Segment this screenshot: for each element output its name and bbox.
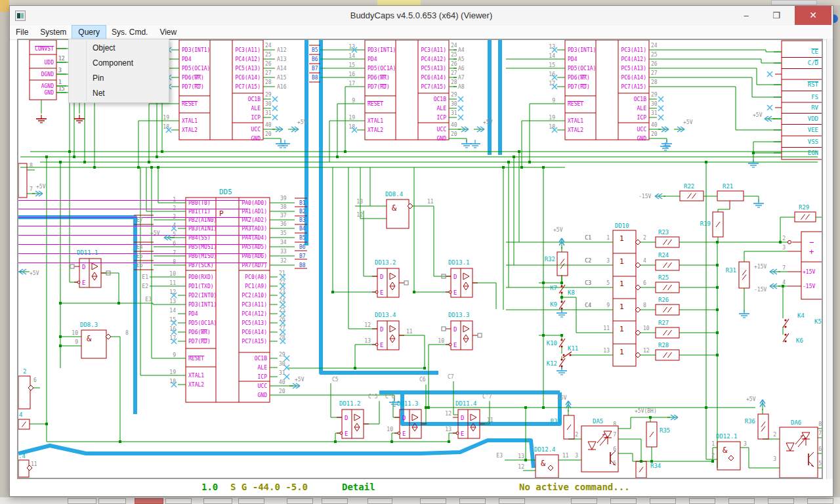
menu-item-net[interactable]: Net <box>69 86 169 101</box>
resistor <box>663 240 667 245</box>
schematic-canvas[interactable]: 13PD3(INT1)14PD415PD5(OC1A)16PD6(WR)17PD… <box>17 39 823 479</box>
label: 12 <box>364 322 371 328</box>
label: K4 <box>797 312 805 319</box>
label: A7 <box>458 75 465 81</box>
menu-file[interactable]: File <box>10 26 34 39</box>
label: A4 <box>458 47 465 53</box>
schematic-drawing[interactable]: 13PD3(INT1)14PD415PD5(OC1A)16PD6(WR)17PD… <box>18 40 822 478</box>
junction-dot <box>59 345 62 347</box>
label: 3 <box>782 245 786 251</box>
menu-item-component[interactable]: Component <box>69 56 169 71</box>
label: 6 <box>643 280 646 286</box>
label: 40 <box>651 122 658 128</box>
label: 27 <box>651 70 658 76</box>
connector-pin-label: VEE <box>808 127 818 133</box>
taskbar-button[interactable] <box>68 498 96 504</box>
latch-e: E <box>453 289 457 296</box>
label: PD6(WR) <box>368 75 390 81</box>
taskbar-button[interactable] <box>238 498 264 504</box>
label: 18 <box>549 124 555 130</box>
taskbar-button[interactable] <box>610 498 637 504</box>
label: A13 <box>277 56 287 62</box>
label: 11 <box>406 329 413 335</box>
menu-item-object[interactable]: Object <box>69 41 169 56</box>
label: K7 <box>550 285 557 291</box>
label: PD5(OC1A) <box>188 320 217 326</box>
taskbar-button[interactable] <box>689 498 715 504</box>
scrollbar-track[interactable] <box>826 39 833 479</box>
taskbar-button[interactable] <box>499 498 525 504</box>
taskbar[interactable] <box>0 497 840 504</box>
junction-dot <box>137 166 140 169</box>
menu-query[interactable]: Query <box>72 26 106 39</box>
junction-dot <box>161 150 163 153</box>
maximize-button[interactable]: ❒ <box>763 6 789 25</box>
label: E4 <box>136 244 143 250</box>
taskbar-button[interactable] <box>571 498 597 504</box>
label: -15V <box>639 194 651 200</box>
label: 11 <box>31 461 37 467</box>
taskbar-button[interactable] <box>165 498 192 504</box>
resistor <box>22 422 26 427</box>
taskbar-button[interactable] <box>322 498 348 504</box>
label: 7 <box>782 265 786 271</box>
label: 9 <box>75 339 78 345</box>
menu-view[interactable]: View <box>154 26 182 39</box>
label: PB2(AIN0) <box>188 217 217 223</box>
label: GND <box>258 392 268 398</box>
label: PC5(A13) <box>421 66 446 72</box>
label: PD5(OC1A) <box>182 66 210 72</box>
label: PD7(RD) <box>568 84 590 90</box>
taskbar-button[interactable] <box>135 498 163 504</box>
label: 5 <box>173 232 176 238</box>
junction-dot <box>542 406 545 409</box>
taskbar-button[interactable] <box>650 498 676 504</box>
label: 19 <box>169 369 176 375</box>
junction-dot <box>542 166 545 169</box>
label: XTAL2 <box>188 382 204 388</box>
taskbar-button[interactable] <box>203 498 232 504</box>
label: 18 <box>163 124 169 130</box>
label: OC1B <box>248 96 261 102</box>
output-diamond-icon <box>408 203 413 209</box>
label: 4 <box>782 280 786 285</box>
menu-item-pin[interactable]: Pin <box>69 71 169 86</box>
label: 8 <box>613 421 616 427</box>
taskbar-button[interactable] <box>420 498 446 504</box>
menu-system[interactable]: System <box>34 26 72 39</box>
led-icon <box>786 443 794 451</box>
taskbar-button[interactable] <box>459 498 486 504</box>
label: 40 <box>279 379 285 385</box>
label: 9 <box>173 352 176 358</box>
close-button[interactable]: ✕ <box>795 6 831 25</box>
taskbar-button[interactable] <box>368 498 392 504</box>
output-diamond-icon <box>548 465 553 471</box>
taskbar-button[interactable] <box>807 498 833 504</box>
label: A15 <box>277 75 287 81</box>
resistor-ref: R21 <box>723 183 733 190</box>
label: 11 <box>603 326 610 331</box>
minimize-button[interactable]: – <box>733 6 759 25</box>
label: 26 <box>451 61 457 67</box>
label: 3 <box>575 453 578 459</box>
menu-sys-cmd[interactable]: Sys. Cmd. <box>106 26 154 39</box>
label: PD6(WR) <box>188 329 211 335</box>
nc-pin-square <box>478 333 482 337</box>
title-bar[interactable]: BuddyCaps v4.5.0.653 (x64) (Viewer) – ❒ … <box>10 6 833 26</box>
taskbar-button[interactable] <box>98 498 126 504</box>
label: 17 <box>549 81 555 87</box>
resistor <box>663 285 667 290</box>
label: 2 <box>23 368 26 375</box>
resistor <box>761 422 765 427</box>
taskbar-button[interactable] <box>768 498 794 504</box>
led-arrow-icon <box>597 434 605 443</box>
mcu-block <box>365 40 449 140</box>
label: 18 <box>348 124 355 130</box>
e-bubble-icon <box>375 291 378 293</box>
taskbar-button[interactable] <box>728 498 755 504</box>
taskbar-button[interactable] <box>287 498 313 504</box>
label: 31 <box>265 110 272 116</box>
label: PC0(A8) <box>245 274 267 280</box>
junction-dot <box>640 460 642 463</box>
label: RESET <box>368 101 383 107</box>
